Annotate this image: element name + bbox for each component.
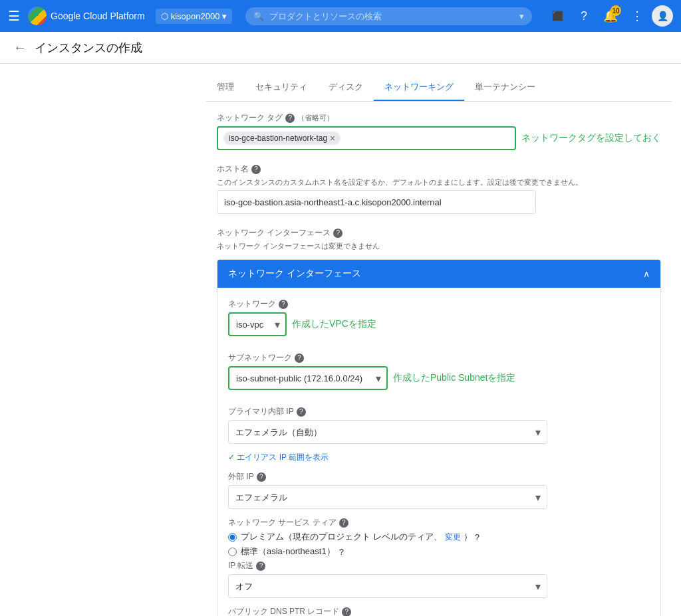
project-dropdown-icon: ▾ — [222, 11, 227, 21]
network-select-row: iso-vpc ▾ 作成したVPCを指定 — [228, 312, 650, 336]
remove-tag-icon[interactable]: × — [330, 133, 335, 144]
search-dropdown-icon: ▾ — [519, 11, 524, 21]
subnet-help-icon[interactable]: ? — [295, 354, 304, 363]
subheader: ← インスタンスの作成 — [0, 32, 681, 64]
tab-networking[interactable]: ネットワーキング — [374, 74, 464, 101]
ni-panel-body: ネットワーク ? iso-vpc ▾ 作成したVPCを指定 サブネットワーク — [217, 288, 660, 616]
network-tags-help-icon[interactable]: ? — [285, 114, 295, 123]
main-content: 管理 セキュリティ ディスク ネットワーキング 単一テナンシー ネットワーク タ… — [0, 64, 681, 616]
standard-help-icon[interactable]: ? — [339, 547, 344, 557]
subnet-field-label: サブネットワーク ? — [228, 352, 650, 363]
form-area: 管理 セキュリティ ディスク ネットワーキング 単一テナンシー ネットワーク タ… — [206, 74, 672, 616]
header-actions: ⬛ ? 🔔 10 ⋮ 👤 — [545, 4, 673, 28]
hostname-input[interactable] — [217, 190, 536, 214]
tab-management[interactable]: 管理 — [206, 74, 245, 101]
ni-panel-title: ネットワーク インターフェース — [228, 268, 361, 280]
standard-radio-option: 標準（asia-northeast1） ? — [228, 546, 650, 558]
ni-section-label: ネットワーク インターフェース ? ネットワーク インターフェースは変更できませ… — [206, 227, 672, 259]
tabs: 管理 セキュリティ ディスク ネットワーキング 単一テナンシー — [206, 74, 672, 102]
nst-label: ネットワーク サービス ティア ? — [228, 517, 650, 528]
search-input[interactable] — [269, 11, 514, 21]
network-tags-hint: （省略可） — [297, 113, 334, 123]
subnet-select-wrapper: iso-subnet-public (172.16.0.0/24) ▾ — [228, 366, 388, 390]
premium-radio[interactable] — [228, 533, 237, 542]
header-logo: Google Cloud Platform — [28, 7, 145, 25]
ip-forwarding-label: IP 転送 ? — [228, 560, 650, 571]
subnet-select[interactable]: iso-subnet-public (172.16.0.0/24) — [228, 366, 388, 390]
nst-radio-group: プレミアム（現在のプロジェクト レベルのティア、 変更 ） ? 標準（asia-… — [228, 531, 650, 558]
notification-badge: 10 — [611, 5, 621, 16]
hostname-help-icon[interactable]: ? — [251, 165, 261, 174]
page-title: インスタンスの作成 — [35, 40, 142, 56]
external-ip-help-icon[interactable]: ? — [257, 472, 266, 482]
search-icon: 🔍 — [253, 11, 264, 21]
header: ☰ Google Cloud Platform ⬡ kisopon2000 ▾ … — [0, 0, 681, 32]
network-help-icon[interactable]: ? — [279, 300, 288, 309]
subnet-annotation: 作成したPublic Subnetを指定 — [393, 372, 515, 384]
network-tags-section: ネットワーク タグ ? （省略可） iso-gce-bastion-networ… — [206, 112, 672, 163]
premium-radio-option: プレミアム（現在のプロジェクト レベルのティア、 変更 ） ? — [228, 531, 650, 543]
project-selector[interactable]: ⬡ kisopon2000 ▾ — [156, 9, 233, 24]
search-bar[interactable]: 🔍 ▾ — [245, 7, 532, 25]
primary-ip-label: プライマリ内部 IP ? — [228, 406, 650, 417]
project-name: kisopon2000 — [171, 11, 220, 21]
primary-ip-help-icon[interactable]: ? — [297, 407, 306, 417]
external-ip-select[interactable]: エフェメラル — [228, 485, 547, 509]
ni-label: ネットワーク インターフェース ? — [217, 227, 661, 239]
network-tags-annotation: ネットワークタグを設定しておく — [521, 132, 661, 144]
public-dns-help-icon[interactable]: ? — [342, 607, 351, 617]
google-logo-icon — [28, 7, 47, 25]
primary-ip-select-wrapper: エフェメラル（自動） ▾ — [228, 420, 547, 444]
primary-ip-select[interactable]: エフェメラル（自動） — [228, 420, 547, 444]
alias-ip-link[interactable]: ✓ エイリアス IP 範囲を表示 — [228, 452, 329, 463]
ip-forwarding-select-wrapper: オフ ▾ — [228, 574, 547, 598]
help-icon[interactable]: ? — [572, 4, 596, 28]
ni-help-icon[interactable]: ? — [333, 229, 342, 238]
network-field-label: ネットワーク ? — [228, 298, 650, 310]
network-select[interactable]: iso-vpc — [228, 312, 287, 336]
cloud-shell-icon[interactable]: ⬛ — [545, 4, 569, 28]
ni-description: ネットワーク インターフェースは変更できません — [217, 241, 661, 251]
project-icon: ⬡ — [161, 11, 168, 21]
hostname-description: このインスタンスのカスタムホスト名を設定するか、デフォルトのままにします。設定は… — [217, 177, 661, 187]
network-interface-panel: ネットワーク インターフェース ∧ ネットワーク ? iso-vpc ▾ — [217, 259, 661, 616]
tab-security[interactable]: セキュリティ — [245, 74, 318, 101]
network-select-wrapper: iso-vpc ▾ — [228, 312, 287, 336]
collapse-icon[interactable]: ∧ — [643, 268, 650, 279]
subnet-select-row: iso-subnet-public (172.16.0.0/24) ▾ 作成した… — [228, 366, 650, 390]
public-dns-label: パブリック DNS PTR レコード ? — [228, 606, 650, 616]
nst-help-icon[interactable]: ? — [339, 518, 348, 528]
hostname-label: ホスト名 ? — [217, 163, 661, 175]
ni-panel-header: ネットワーク インターフェース ∧ — [217, 260, 660, 288]
network-tags-row: iso-gce-bastion-network-tag × ネットワークタグを設… — [217, 126, 661, 150]
more-options-icon[interactable]: ⋮ — [625, 4, 649, 28]
standard-radio[interactable] — [228, 548, 237, 556]
notifications-icon[interactable]: 🔔 10 — [599, 4, 622, 28]
network-annotation: 作成したVPCを指定 — [292, 318, 376, 330]
ip-forwarding-help-icon[interactable]: ? — [256, 562, 265, 571]
hostname-section: ホスト名 ? このインスタンスのカスタムホスト名を設定するか、デフォルトのままに… — [206, 163, 672, 219]
avatar[interactable]: 👤 — [652, 5, 673, 27]
network-tag-chip: iso-gce-bastion-network-tag × — [223, 132, 340, 145]
premium-help-icon[interactable]: ? — [475, 532, 479, 542]
external-ip-select-wrapper: エフェメラル ▾ — [228, 485, 547, 509]
network-tags-input[interactable]: iso-gce-bastion-network-tag × — [217, 126, 516, 150]
menu-icon[interactable]: ☰ — [8, 8, 20, 24]
external-ip-label: 外部 IP ? — [228, 471, 650, 482]
ip-forwarding-select[interactable]: オフ — [228, 574, 547, 598]
back-button[interactable]: ← — [13, 40, 27, 55]
tab-disk[interactable]: ディスク — [318, 74, 374, 101]
tab-sole-tenancy[interactable]: 単一テナンシー — [464, 74, 546, 101]
change-tier-link[interactable]: 変更 — [445, 532, 461, 543]
app-title: Google Cloud Platform — [51, 11, 145, 21]
network-tags-label: ネットワーク タグ ? （省略可） — [217, 112, 661, 124]
